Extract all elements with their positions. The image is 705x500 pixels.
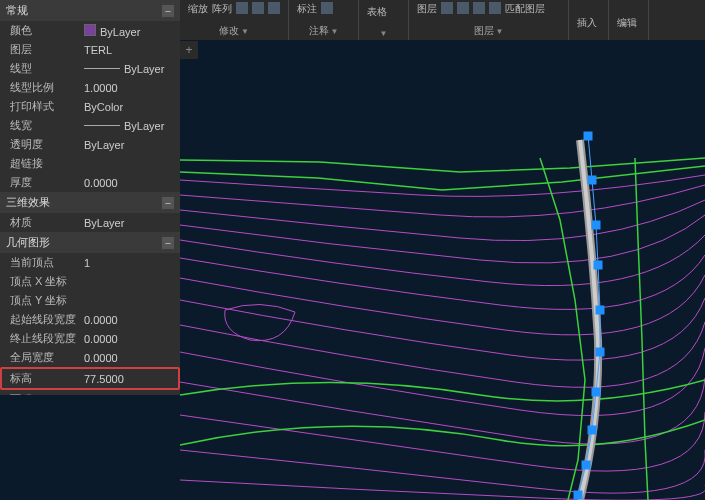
line-sample-icon xyxy=(84,68,120,69)
prop-value[interactable]: ByLayer xyxy=(80,217,180,229)
tool-icon[interactable] xyxy=(321,2,333,14)
prop-value[interactable]: ByLayer xyxy=(80,139,180,151)
prop-value[interactable]: 0.0000 xyxy=(80,177,180,189)
properties-panel: 常规 – 颜色 ByLayer 图层 TERL 线型 ByLayer 线型比例 … xyxy=(0,0,180,395)
ribbon-label-layer[interactable]: 图层 xyxy=(417,2,437,22)
section-title: 几何图形 xyxy=(6,235,50,250)
svg-rect-0 xyxy=(584,132,592,140)
ribbon-panel-insert[interactable]: 插入 xyxy=(569,0,609,40)
prop-value[interactable]: 1.0000 xyxy=(80,82,180,94)
prop-value[interactable]: 1 xyxy=(80,257,180,269)
tool-icon[interactable] xyxy=(236,2,248,14)
prop-value[interactable]: TERL xyxy=(80,44,180,56)
panel-title-modify: 修改 xyxy=(219,24,239,38)
tool-icon[interactable] xyxy=(268,2,280,14)
prop-row-vertex-y[interactable]: 顶点 Y 坐标 xyxy=(0,291,180,310)
prop-label: 线型 xyxy=(10,61,80,76)
collapse-icon[interactable]: – xyxy=(162,5,174,17)
svg-rect-3 xyxy=(594,261,602,269)
prop-row-transparency[interactable]: 透明度 ByLayer xyxy=(0,135,180,154)
prop-row-plotstyle[interactable]: 打印样式 ByColor xyxy=(0,97,180,116)
section-header-3d[interactable]: 三维效果 – xyxy=(0,192,180,213)
tool-icon[interactable] xyxy=(457,2,469,14)
prop-row-ltscale[interactable]: 线型比例 1.0000 xyxy=(0,78,180,97)
prop-row-area[interactable]: 面积 2013999.3695 xyxy=(0,390,180,395)
ribbon-toolbar: 缩放 阵列 修改▼ 标注 注释▼ 表格 ▼ 图层 匹配图层 图层▼ 插 xyxy=(180,0,705,40)
ribbon-label-edit[interactable]: 编辑 xyxy=(617,16,637,38)
prop-row-start-width[interactable]: 起始线段宽度 0.0000 xyxy=(0,310,180,329)
new-tab-button[interactable]: + xyxy=(180,41,198,59)
chevron-down-icon[interactable]: ▼ xyxy=(496,27,504,36)
collapse-icon[interactable]: – xyxy=(162,197,174,209)
ribbon-panel-annotate[interactable]: 标注 注释▼ xyxy=(289,0,359,40)
prop-row-elevation[interactable]: 标高 77.5000 xyxy=(0,367,180,390)
prop-label: 顶点 X 坐标 xyxy=(10,274,80,289)
prop-row-layer[interactable]: 图层 TERL xyxy=(0,40,180,59)
ribbon-label-array[interactable]: 阵列 xyxy=(212,2,232,22)
prop-label: 材质 xyxy=(10,215,80,230)
prop-row-color[interactable]: 颜色 ByLayer xyxy=(0,21,180,40)
prop-label: 当前顶点 xyxy=(10,255,80,270)
chevron-down-icon[interactable]: ▼ xyxy=(380,29,388,38)
ribbon-panel-modify[interactable]: 缩放 阵列 修改▼ xyxy=(180,0,289,40)
prop-label: 起始线段宽度 xyxy=(10,312,80,327)
chevron-down-icon[interactable]: ▼ xyxy=(241,27,249,36)
prop-value[interactable]: ByLayer xyxy=(80,63,180,75)
svg-rect-4 xyxy=(596,306,604,314)
prop-row-lineweight[interactable]: 线宽 ByLayer xyxy=(0,116,180,135)
chevron-down-icon[interactable]: ▼ xyxy=(331,27,339,36)
tool-icon[interactable] xyxy=(473,2,485,14)
prop-label: 颜色 xyxy=(10,23,80,38)
collapse-icon[interactable]: – xyxy=(162,237,174,249)
prop-label: 线宽 xyxy=(10,118,80,133)
prop-value[interactable]: 0.0000 xyxy=(80,333,180,345)
ribbon-label-dimension[interactable]: 标注 xyxy=(297,2,317,22)
prop-label: 厚度 xyxy=(10,175,80,190)
prop-value-elevation[interactable]: 77.5000 xyxy=(80,373,178,385)
canvas-tabs: + xyxy=(180,40,198,60)
color-swatch-icon xyxy=(84,24,96,36)
panel-title-annotate: 注释 xyxy=(309,24,329,38)
prop-row-thickness[interactable]: 厚度 0.0000 xyxy=(0,173,180,192)
drawing-svg xyxy=(180,40,705,500)
prop-row-global-width[interactable]: 全局宽度 0.0000 xyxy=(0,348,180,367)
prop-value[interactable]: ByLayer xyxy=(80,120,180,132)
ribbon-label-scale[interactable]: 缩放 xyxy=(188,2,208,22)
prop-value[interactable]: 0.0000 xyxy=(80,352,180,364)
prop-row-hyperlink[interactable]: 超链接 xyxy=(0,154,180,173)
prop-row-linetype[interactable]: 线型 ByLayer xyxy=(0,59,180,78)
prop-label: 面积 xyxy=(10,392,80,395)
prop-row-current-vertex[interactable]: 当前顶点 1 xyxy=(0,253,180,272)
section-header-geometry[interactable]: 几何图形 – xyxy=(0,232,180,253)
ribbon-label-table[interactable]: 表格 xyxy=(367,5,387,27)
prop-value[interactable]: ByLayer xyxy=(80,24,180,38)
prop-row-material[interactable]: 材质 ByLayer xyxy=(0,213,180,232)
prop-row-end-width[interactable]: 终止线段宽度 0.0000 xyxy=(0,329,180,348)
prop-value[interactable]: 0.0000 xyxy=(80,314,180,326)
ribbon-label-insert[interactable]: 插入 xyxy=(577,16,597,38)
panel-title-layers: 图层 xyxy=(474,24,494,38)
svg-rect-9 xyxy=(574,491,582,499)
svg-rect-5 xyxy=(596,348,604,356)
svg-rect-8 xyxy=(582,461,590,469)
prop-row-vertex-x[interactable]: 顶点 X 坐标 xyxy=(0,272,180,291)
drawing-canvas[interactable] xyxy=(180,40,705,500)
svg-rect-1 xyxy=(588,176,596,184)
line-sample-icon xyxy=(84,125,120,126)
tool-icon[interactable] xyxy=(489,2,501,14)
ribbon-panel-layers[interactable]: 图层 匹配图层 图层▼ xyxy=(409,0,569,40)
prop-label: 图层 xyxy=(10,42,80,57)
prop-label: 打印样式 xyxy=(10,99,80,114)
section-header-general[interactable]: 常规 – xyxy=(0,0,180,21)
prop-label: 全局宽度 xyxy=(10,350,80,365)
prop-value[interactable]: ByColor xyxy=(80,101,180,113)
ribbon-panel-table[interactable]: 表格 ▼ xyxy=(359,0,409,40)
svg-rect-2 xyxy=(592,221,600,229)
prop-label: 终止线段宽度 xyxy=(10,331,80,346)
tool-icon[interactable] xyxy=(252,2,264,14)
prop-value[interactable]: 2013999.3695 xyxy=(80,394,180,396)
ribbon-label-match-layer[interactable]: 匹配图层 xyxy=(505,2,545,22)
ribbon-panel-edit[interactable]: 编辑 xyxy=(609,0,649,40)
svg-rect-6 xyxy=(592,388,600,396)
tool-icon[interactable] xyxy=(441,2,453,14)
